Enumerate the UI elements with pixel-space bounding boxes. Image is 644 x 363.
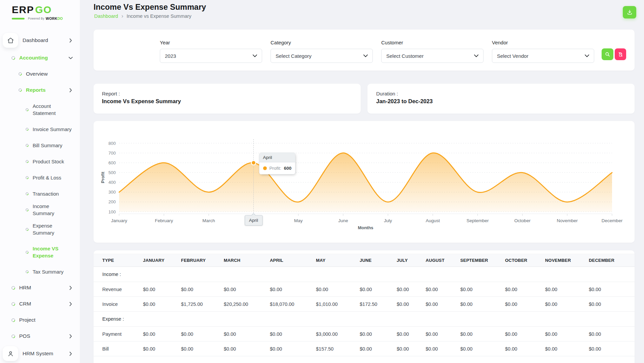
tooltip-value: 600: [284, 166, 292, 171]
column-header: AUGUST: [426, 254, 460, 267]
sidebar-item-tax-summary[interactable]: Tax Summary: [0, 264, 80, 280]
year-select[interactable]: 2023: [160, 49, 262, 63]
category-label: Category: [271, 40, 373, 45]
column-header: DECEMBER: [589, 254, 635, 267]
sidebar-item-income-summary[interactable]: Income Summary: [0, 202, 80, 218]
sidebar-item-hrm[interactable]: HRM: [0, 280, 80, 296]
bullet-ring-icon: [25, 208, 29, 212]
bullet-ring-icon: [11, 301, 16, 307]
bullet-ring-icon: [18, 88, 23, 92]
cell-value: $0.00: [143, 327, 181, 341]
svg-text:300: 300: [108, 190, 116, 195]
reset-filter-button[interactable]: [615, 48, 626, 60]
svg-text:500: 500: [108, 170, 116, 175]
cell-value: $0.00: [460, 327, 505, 341]
cell-value: $0.00: [545, 327, 589, 341]
chevron-right-icon: [69, 286, 72, 290]
customer-select[interactable]: Select Customer: [381, 49, 484, 63]
sidebar-item-reports[interactable]: Reports: [0, 82, 80, 98]
bullet-ring-icon: [25, 192, 29, 196]
user-icon: [3, 346, 18, 361]
sidebar: ERPGO Powered By WORK DO DashboardAccoun…: [0, 0, 80, 363]
category-select-value: Select Category: [276, 53, 312, 59]
sidebar-item-label: POS: [19, 332, 30, 340]
chart-canvas[interactable]: 100200300400500600700800JanuaryFebruaryM…: [94, 123, 635, 241]
bullet-ring-icon: [25, 127, 29, 131]
row-type: Payment: [94, 327, 143, 341]
sidebar-item-profit-loss[interactable]: Profit & Loss: [0, 169, 80, 186]
logo-text-accent: GO: [35, 4, 52, 15]
sidebar-item-project[interactable]: Project: [0, 312, 80, 328]
logo-text-primary: ERP: [12, 4, 34, 15]
sidebar-item-dashboard[interactable]: Dashboard: [0, 31, 80, 50]
report-card: Report : Income Vs Expense Summary: [94, 84, 361, 114]
sidebar-item-bill-summary[interactable]: Bill Summary: [0, 137, 80, 153]
sidebar-item-transaction[interactable]: Transaction: [0, 186, 80, 202]
sidebar-item-invoice-summary[interactable]: Invoice Summary: [0, 121, 80, 137]
vendor-label: Vendor: [492, 40, 594, 45]
chevron-down-icon: [69, 56, 72, 60]
search-button[interactable]: [602, 48, 613, 60]
cell-value: $0.00: [397, 341, 426, 356]
download-icon: [627, 9, 633, 15]
sidebar-item-expense-summary[interactable]: Expense Summary: [0, 218, 80, 241]
table-row: Invoice$0.00$1,725.00$20,250.00$18,070.0…: [94, 297, 635, 312]
sidebar-item-crm[interactable]: CRM: [0, 296, 80, 312]
cell-value: $0.00: [589, 327, 635, 341]
table-section-row: Income :: [94, 267, 635, 282]
svg-text:December: December: [602, 218, 623, 223]
svg-text:Profit: Profit: [100, 171, 105, 183]
sidebar-item-label: Expense Summary: [33, 222, 62, 236]
duration-label: Duration :: [376, 91, 635, 96]
column-header: OCTOBER: [505, 254, 545, 267]
cell-value: $0.00: [460, 297, 505, 312]
vendor-select[interactable]: Select Vendor: [492, 49, 594, 63]
sidebar-item-label: Transaction: [33, 190, 59, 197]
sidebar-item-pos[interactable]: POS: [0, 328, 80, 344]
category-select[interactable]: Select Category: [271, 49, 373, 63]
cell-value: $0.00: [143, 341, 181, 356]
sidebar-item-accounting[interactable]: Accounting: [0, 50, 80, 66]
section-title: Expense :: [94, 312, 635, 327]
chevron-right-icon: [69, 302, 72, 306]
cell-value: $0.00: [224, 327, 270, 341]
column-header: JULY: [397, 254, 426, 267]
sidebar-item-account-statement[interactable]: Account Statement: [0, 98, 80, 121]
bullet-ring-icon: [11, 285, 16, 290]
sidebar-item-hrm-system[interactable]: HRM System: [0, 344, 80, 363]
tooltip-title: April: [259, 153, 295, 162]
download-button[interactable]: [623, 6, 636, 18]
tooltip-body: Profit: 600: [259, 162, 295, 174]
bullet-ring-icon: [11, 317, 16, 323]
cell-value: $1,725.00: [181, 297, 224, 312]
cell-value: $0.00: [426, 341, 460, 356]
year-label: Year: [160, 40, 262, 45]
sidebar-item-income-vs-expense[interactable]: Income VS Expense: [0, 241, 80, 264]
cell-value: $0.00: [397, 282, 426, 297]
year-select-value: 2023: [165, 53, 176, 59]
bullet-ring-icon: [18, 72, 23, 76]
chevron-down-icon: [363, 54, 368, 57]
logo-text: ERPGO: [12, 4, 63, 15]
cell-value: $0.00: [545, 282, 589, 297]
cell-value: $0.00: [360, 282, 397, 297]
chevron-down-icon: [253, 54, 257, 57]
svg-text:July: July: [384, 218, 392, 223]
bullet-ring-icon: [25, 227, 29, 232]
cell-value: $0.00: [270, 327, 316, 341]
svg-text:November: November: [557, 218, 578, 223]
chevron-down-icon: [474, 54, 478, 57]
sidebar-item-product-stock[interactable]: Product Stock: [0, 153, 80, 169]
breadcrumb: Dashboard›Income vs Expense Summary: [94, 13, 191, 19]
column-header: TYPE: [94, 254, 143, 267]
sidebar-item-overview[interactable]: Overview: [0, 66, 80, 82]
bullet-ring-icon: [25, 143, 29, 148]
app-logo[interactable]: ERPGO Powered By WORK DO: [12, 4, 63, 21]
year-filter: Year 2023: [160, 40, 262, 63]
row-type: Bill: [94, 341, 143, 356]
breadcrumb-item[interactable]: Dashboard: [94, 13, 118, 19]
cell-value: $3,000.00: [316, 327, 360, 341]
svg-text:800: 800: [108, 141, 116, 146]
logo-bar: [12, 18, 25, 19]
svg-text:May: May: [294, 218, 303, 223]
